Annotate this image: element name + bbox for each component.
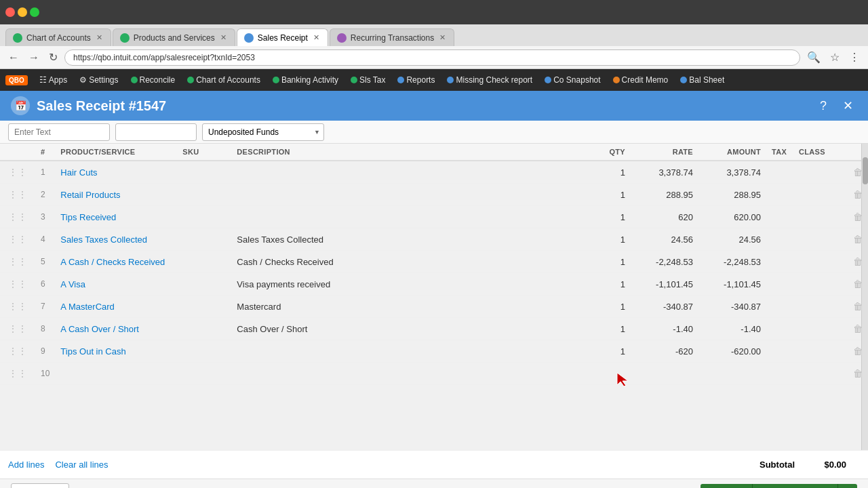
window-maximize-btn[interactable] <box>30 7 39 17</box>
clear-all-lines-button[interactable]: Clear all lines <box>55 460 108 470</box>
rate-cell[interactable]: 24.56 <box>631 228 698 251</box>
tax-cell[interactable] <box>766 161 793 184</box>
sku-cell[interactable] <box>177 184 231 206</box>
product-service-cell[interactable] <box>55 363 177 385</box>
rate-cell[interactable]: 3,378.74 <box>631 161 698 184</box>
nav-reconcile[interactable]: Reconcile <box>126 72 180 88</box>
description-cell[interactable]: Visa payments received <box>231 273 590 296</box>
class-cell[interactable] <box>793 184 848 206</box>
sku-cell[interactable] <box>177 251 231 273</box>
drag-handle-icon[interactable]: ⋮⋮ <box>5 368 30 379</box>
tab-close-icon[interactable]: ✕ <box>95 33 104 42</box>
product-service-cell[interactable]: A Cash / Checks Received <box>55 251 177 273</box>
drag-handle-icon[interactable]: ⋮⋮ <box>5 323 30 334</box>
nav-banking-activity[interactable]: Banking Activity <box>268 72 343 88</box>
qty-cell[interactable]: 1 <box>590 206 631 228</box>
class-cell[interactable] <box>793 161 848 184</box>
close-button[interactable]: ✕ <box>838 96 857 115</box>
description-cell[interactable] <box>231 363 590 385</box>
tax-cell[interactable] <box>766 318 793 340</box>
qty-cell[interactable] <box>590 363 631 385</box>
rate-cell[interactable]: -2,248.53 <box>631 251 698 273</box>
qty-cell[interactable]: 1 <box>590 228 631 251</box>
tax-cell[interactable] <box>766 228 793 251</box>
tab-close-icon[interactable]: ✕ <box>312 33 321 42</box>
tab-sales-receipt[interactable]: Sales Receipt ✕ <box>237 28 328 46</box>
tab-close-icon[interactable]: ✕ <box>438 33 447 42</box>
description-cell[interactable] <box>231 340 590 363</box>
rate-cell[interactable]: -1.40 <box>631 318 698 340</box>
drag-handle-icon[interactable]: ⋮⋮ <box>5 189 30 200</box>
sku-cell[interactable] <box>177 363 231 385</box>
rate-cell[interactable]: 620 <box>631 206 698 228</box>
sku-cell[interactable] <box>177 161 231 184</box>
nav-missing-check[interactable]: Missing Check report <box>442 72 537 88</box>
tax-cell[interactable] <box>766 206 793 228</box>
product-service-cell[interactable]: Tips Out in Cash <box>55 340 177 363</box>
tax-cell[interactable] <box>766 340 793 363</box>
qty-cell[interactable]: 1 <box>590 273 631 296</box>
scrollbar-thumb[interactable] <box>863 157 868 184</box>
tab-products-services[interactable]: Products and Services ✕ <box>113 28 235 46</box>
description-cell[interactable]: Sales Taxes Collected <box>231 228 590 251</box>
tax-cell[interactable] <box>766 296 793 318</box>
product-service-cell[interactable]: A Cash Over / Short <box>55 318 177 340</box>
search-icon[interactable]: 🔍 <box>804 49 823 65</box>
sku-cell[interactable] <box>177 296 231 318</box>
drag-handle-icon[interactable]: ⋮⋮ <box>5 256 30 267</box>
tax-cell[interactable] <box>766 184 793 206</box>
add-lines-button[interactable]: Add lines <box>8 460 44 470</box>
qty-cell[interactable]: 1 <box>590 161 631 184</box>
rate-cell[interactable] <box>631 363 698 385</box>
nav-co-snapshot[interactable]: Co Snapshot <box>540 72 605 88</box>
qty-cell[interactable]: 1 <box>590 296 631 318</box>
class-cell[interactable] <box>793 273 848 296</box>
class-cell[interactable] <box>793 206 848 228</box>
drag-handle-icon[interactable]: ⋮⋮ <box>5 301 30 312</box>
drag-handle-icon[interactable]: ⋮⋮ <box>5 167 30 178</box>
qty-cell[interactable]: 1 <box>590 251 631 273</box>
menu-icon[interactable]: ⋮ <box>846 49 863 65</box>
drag-handle-icon[interactable]: ⋮⋮ <box>5 211 30 222</box>
bookmark-icon[interactable]: ☆ <box>827 49 842 65</box>
sku-cell[interactable] <box>177 228 231 251</box>
description-cell[interactable] <box>231 184 590 206</box>
sku-cell[interactable] <box>177 340 231 363</box>
description-cell[interactable] <box>231 161 590 184</box>
secondary-input[interactable] <box>115 123 197 141</box>
help-button[interactable]: ? <box>814 96 833 115</box>
qty-cell[interactable]: 1 <box>590 318 631 340</box>
tab-recurring-transactions[interactable]: Recurring Transactions ✕ <box>330 28 454 46</box>
nav-credit-memo[interactable]: Credit Memo <box>608 72 673 88</box>
tax-cell[interactable] <box>766 363 793 385</box>
url-input[interactable] <box>64 49 800 66</box>
qty-cell[interactable]: 1 <box>590 184 631 206</box>
description-cell[interactable] <box>231 206 590 228</box>
product-service-cell[interactable]: Sales Taxes Collected <box>55 228 177 251</box>
nav-chart-of-accounts[interactable]: Chart of Accounts <box>182 72 265 88</box>
class-cell[interactable] <box>793 228 848 251</box>
product-service-cell[interactable]: Hair Cuts <box>55 161 177 184</box>
nav-bal-sheet[interactable]: Bal Sheet <box>675 72 729 88</box>
save-button[interactable]: Save <box>701 484 752 489</box>
forward-button[interactable]: → <box>26 50 42 65</box>
tab-chart-of-accounts[interactable]: Chart of Accounts ✕ <box>5 28 111 46</box>
class-cell[interactable] <box>793 340 848 363</box>
rate-cell[interactable]: -620 <box>631 340 698 363</box>
qty-cell[interactable]: 1 <box>590 340 631 363</box>
enter-text-input[interactable] <box>8 123 110 141</box>
class-cell[interactable] <box>793 318 848 340</box>
rate-cell[interactable]: -1,101.45 <box>631 273 698 296</box>
tab-close-icon[interactable]: ✕ <box>219 33 228 42</box>
drag-handle-icon[interactable]: ⋮⋮ <box>5 234 30 245</box>
window-close-btn[interactable] <box>5 7 15 17</box>
window-minimize-btn[interactable] <box>18 7 27 17</box>
rate-cell[interactable]: -340.87 <box>631 296 698 318</box>
nav-reports[interactable]: Reports <box>393 72 439 88</box>
class-cell[interactable] <box>793 296 848 318</box>
nav-apps[interactable]: ☷ Apps <box>35 72 72 88</box>
save-and-send-button[interactable]: Save and send <box>752 484 837 489</box>
save-dropdown-button[interactable]: ▼ <box>837 484 857 489</box>
back-button[interactable]: ← <box>5 50 22 65</box>
product-service-cell[interactable]: A Visa <box>55 273 177 296</box>
